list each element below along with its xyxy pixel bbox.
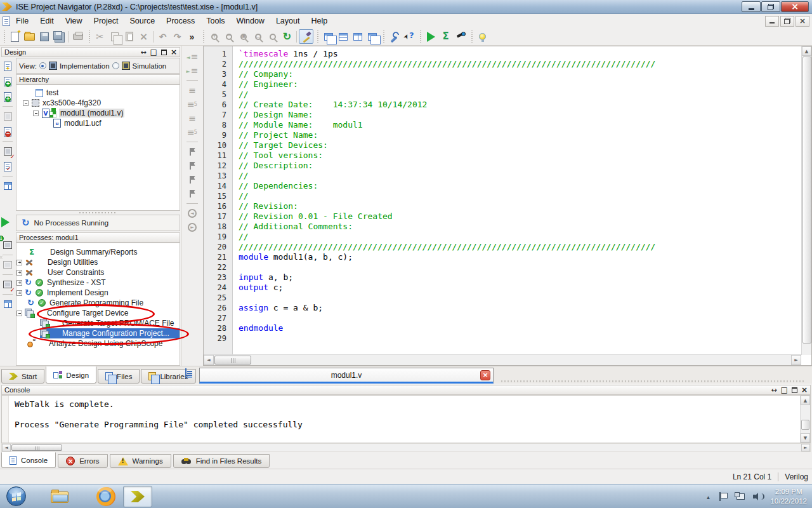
- new-file-button[interactable]: [8, 29, 22, 44]
- code-line[interactable]: 1`timescale 1ns / 1ps: [204, 49, 801, 59]
- console-panel-header[interactable]: Console: [1, 385, 811, 395]
- zoom-out-button[interactable]: −: [221, 29, 236, 44]
- menu-tools[interactable]: Tools: [200, 15, 230, 27]
- delete-button[interactable]: [136, 29, 151, 44]
- taskbar-firefox-button[interactable]: [96, 487, 115, 506]
- toolbar-grip[interactable]: [382, 30, 385, 43]
- cascade-windows-button[interactable]: [321, 29, 336, 44]
- code-line[interactable]: 4// Engineer:: [204, 79, 801, 90]
- menu-help[interactable]: Help: [305, 15, 333, 27]
- code-line[interactable]: 7// Design Name:: [204, 110, 801, 120]
- save-button[interactable]: [37, 29, 51, 44]
- menu-file[interactable]: File: [10, 15, 34, 27]
- line-tool-3-button[interactable]: [185, 111, 200, 125]
- collapse-toggle[interactable]: [23, 100, 29, 106]
- code-line[interactable]: 25: [204, 293, 801, 303]
- action-center-icon[interactable]: [719, 492, 726, 501]
- mdi-minimize-button[interactable]: [765, 16, 779, 27]
- menu-process[interactable]: Process: [160, 15, 200, 27]
- print-button[interactable]: [70, 29, 85, 44]
- run-selected-process-button[interactable]: ↓: [1, 237, 15, 253]
- tab-errors[interactable]: Errors: [58, 454, 107, 468]
- copy-button[interactable]: [107, 29, 122, 44]
- taskbar-ise-button[interactable]: [123, 486, 152, 507]
- remove-source-button[interactable]: −: [1, 124, 15, 139]
- new-chip-button[interactable]: [1, 109, 15, 124]
- restore-panel-icon[interactable]: [161, 50, 167, 55]
- simulation-radio[interactable]: [112, 62, 119, 69]
- process-manage-configuration[interactable]: Manage Configuration Project...: [16, 328, 180, 338]
- close-button[interactable]: [781, 1, 809, 12]
- tree-item-module[interactable]: V modul1 (modul1.v): [16, 108, 180, 118]
- start-button[interactable]: [6, 486, 26, 506]
- collapse-toggle[interactable]: [16, 311, 22, 316]
- document-list-button[interactable]: [185, 369, 187, 378]
- editor-vertical-scrollbar[interactable]: [801, 46, 811, 355]
- scroll-left-arrow[interactable]: [204, 355, 214, 365]
- toggle-bookmark-button[interactable]: [185, 145, 200, 159]
- stop-process-button[interactable]: ×: [1, 257, 15, 272]
- line-tool-1-button[interactable]: [185, 83, 200, 97]
- zoom-box-button[interactable]: □: [251, 29, 265, 44]
- context-help-button[interactable]: [402, 29, 416, 44]
- layered-windows-button[interactable]: [365, 29, 379, 44]
- code-line[interactable]: 6// Create Date: 14:37:34 10/14/2012: [204, 100, 801, 110]
- float-panel-icon[interactable]: [771, 387, 776, 394]
- toolbar-overflow-button[interactable]: [185, 29, 199, 44]
- tab-design[interactable]: Design: [46, 366, 96, 384]
- console-horizontal-scrollbar[interactable]: [1, 443, 811, 452]
- scroll-right-arrow[interactable]: [791, 355, 801, 365]
- design-panel-toggle-button[interactable]: [299, 29, 313, 44]
- code-line[interactable]: 23input a, b;: [204, 272, 801, 283]
- add-source-button[interactable]: +: [1, 74, 15, 89]
- code-line[interactable]: 28endmodule: [204, 323, 801, 333]
- maximize-panel-icon[interactable]: [150, 48, 157, 56]
- next-bookmark-button[interactable]: [185, 159, 200, 173]
- close-panel-icon[interactable]: [171, 48, 177, 56]
- menu-layout[interactable]: Layout: [270, 15, 306, 27]
- tab-warnings[interactable]: Warnings: [110, 454, 171, 468]
- code-line[interactable]: 26assign c = a & b;: [204, 303, 801, 313]
- clear-bookmarks-button[interactable]: [185, 187, 200, 201]
- open-file-button[interactable]: [22, 29, 37, 44]
- scrollbar-thumb[interactable]: [11, 444, 62, 451]
- refresh-button[interactable]: [280, 29, 294, 44]
- code-line[interactable]: 20//////////////////////////////////////…: [204, 242, 801, 252]
- network-icon[interactable]: [735, 492, 745, 501]
- zoom-in-button[interactable]: +: [207, 29, 221, 44]
- toolbar-grip[interactable]: [316, 30, 319, 43]
- process-design-utilities[interactable]: Design Utilities: [16, 257, 180, 267]
- code-line[interactable]: 22: [204, 262, 801, 272]
- maximize-panel-icon[interactable]: [781, 386, 788, 394]
- menu-source[interactable]: Source: [124, 15, 160, 27]
- code-line[interactable]: 21module modul1(a, b, c);: [204, 252, 801, 262]
- expand-toggle[interactable]: [16, 280, 22, 286]
- code-line[interactable]: 16// Revision:: [204, 201, 801, 211]
- toolbar-grip[interactable]: [3, 30, 6, 43]
- expand-toggle[interactable]: [16, 290, 22, 296]
- nav-back-button[interactable]: [185, 206, 200, 220]
- process-configure-target-device[interactable]: Configure Target Device: [16, 308, 180, 318]
- process-table-view-button[interactable]: [1, 297, 15, 312]
- menu-project[interactable]: Project: [88, 15, 124, 27]
- process-analyze-chipscope[interactable]: Analyze Design Using ChipScope: [16, 338, 180, 349]
- process-design-summary[interactable]: Design Summary/Reports: [16, 247, 180, 257]
- zoom-default-button[interactable]: [265, 29, 280, 44]
- undo-button[interactable]: [155, 29, 170, 44]
- process-generate-programming-file[interactable]: Generate Programming File: [16, 298, 180, 308]
- scroll-right-arrow[interactable]: [801, 444, 810, 451]
- toolbar-grip[interactable]: [202, 30, 205, 43]
- code-line[interactable]: 27: [204, 313, 801, 323]
- tab-find-in-files[interactable]: Find in Files Results: [173, 454, 270, 468]
- tree-item-project[interactable]: test: [16, 88, 180, 98]
- code-line[interactable]: 15//: [204, 191, 801, 201]
- code-line[interactable]: 24output c;: [204, 283, 801, 293]
- tree-item-device[interactable]: xc3s500e-4fg320: [16, 98, 180, 108]
- title-bar[interactable]: ISE Project Navigator (P.28xd) - C:\proj…: [0, 0, 812, 14]
- scrollbar-thumb[interactable]: [214, 356, 251, 364]
- mdi-restore-button[interactable]: [780, 16, 794, 27]
- code-line[interactable]: 11// Tool versions:: [204, 150, 801, 161]
- menu-view[interactable]: View: [60, 15, 88, 27]
- indent-button[interactable]: [185, 64, 200, 77]
- scroll-down-arrow[interactable]: [801, 433, 810, 443]
